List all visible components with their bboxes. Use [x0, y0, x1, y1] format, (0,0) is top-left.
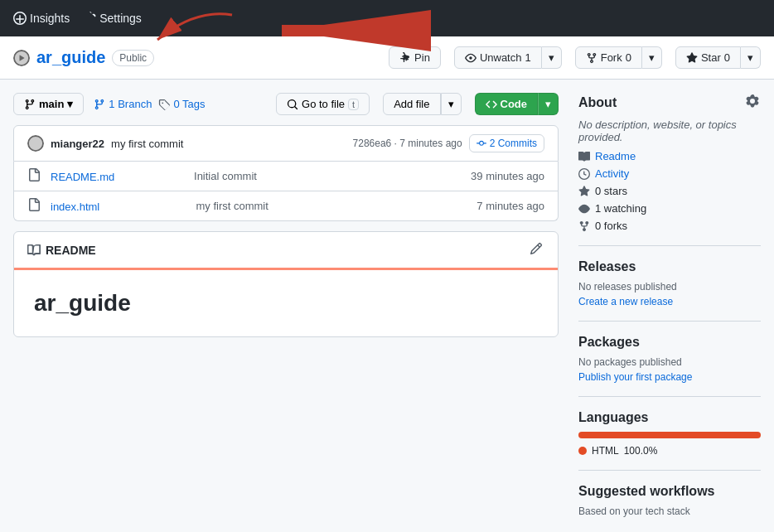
table-row: index.html my first commit 7 minutes ago — [14, 191, 558, 220]
readme-edit-button[interactable] — [528, 240, 544, 259]
packages-description: No packages published — [578, 356, 761, 368]
file-time-cell: 39 minutes ago — [471, 170, 544, 182]
tag-count: 0 Tags — [158, 98, 205, 110]
branch-count: 1 Branch — [94, 98, 152, 110]
main-content: main ▾ 1 Branch 0 Tags Go to file t — [13, 93, 559, 520]
readme-content: ar_guide — [14, 270, 558, 336]
fork-split-button[interactable]: ▾ — [642, 46, 662, 69]
about-watching-item: 1 watching — [578, 202, 761, 215]
branch-selector[interactable]: main ▾ — [13, 93, 84, 115]
languages-section: Languages HTML 100.0% — [578, 396, 761, 457]
repo-header: ar_guide Public Pin Unwatch 1 ▾ — [0, 36, 774, 80]
add-file-split-button[interactable]: ▾ — [441, 93, 462, 115]
file-icon — [27, 168, 41, 184]
readme-project-name: ar_guide — [34, 290, 538, 317]
language-bar — [578, 432, 761, 438]
top-nav: Insights Settings — [0, 0, 774, 36]
suggested-workflows-section: Suggested workflows Based on your tech s… — [578, 470, 761, 517]
languages-title: Languages — [578, 396, 761, 425]
about-description: No description, website, or topics provi… — [578, 118, 761, 143]
packages-section: Packages No packages published Publish y… — [578, 321, 761, 383]
about-activity-item: Activity — [578, 167, 761, 180]
about-forks-item: 0 forks — [578, 220, 761, 232]
file-table: README.md Initial commit 39 minutes ago … — [13, 162, 559, 221]
code-split-button[interactable]: ▾ — [538, 93, 559, 115]
readme-header: README — [14, 232, 558, 270]
releases-section: Releases No releases published Create a … — [578, 245, 761, 307]
branch-bar: main ▾ 1 Branch 0 Tags Go to file t — [13, 93, 559, 115]
branch-count-link[interactable]: 1 Branch — [109, 98, 152, 110]
about-stars-count: 0 stars — [595, 185, 627, 197]
unwatch-split-button[interactable]: ▾ — [542, 46, 562, 69]
commit-bar: mianger22 my first commit 7286ea6 · 7 mi… — [13, 125, 559, 162]
pin-button[interactable]: Pin — [389, 46, 441, 69]
star-btn-group: Star 0 ▾ — [675, 46, 761, 69]
file-name-cell: index.html — [51, 200, 186, 213]
packages-title: Packages — [578, 321, 761, 350]
tag-count-link[interactable]: 0 Tags — [173, 98, 205, 110]
commit-author: mianger22 — [51, 138, 104, 150]
insights-nav-link[interactable]: Insights — [13, 12, 70, 25]
repo-visibility-badge: Public — [112, 50, 154, 66]
fork-button[interactable]: Fork 0 — [575, 46, 642, 69]
file-link-readme[interactable]: README.md — [51, 171, 114, 183]
releases-description: No releases published — [578, 281, 761, 293]
file-icon — [27, 198, 41, 214]
readme-section: README ar_guide — [13, 231, 559, 337]
fork-btn-group: Fork 0 ▾ — [575, 46, 662, 69]
language-item-html: HTML 100.0% — [578, 445, 761, 457]
file-name-cell: README.md — [51, 170, 184, 183]
go-to-file-button[interactable]: Go to file t — [276, 93, 370, 115]
about-readme-link[interactable]: Readme — [595, 150, 636, 162]
settings-nav-link[interactable]: Settings — [83, 12, 142, 25]
html-lang-percent: 100.0% — [624, 445, 658, 457]
main-layout: main ▾ 1 Branch 0 Tags Go to file t — [0, 80, 774, 532]
table-row: README.md Initial commit 39 minutes ago — [14, 162, 558, 191]
commits-link[interactable]: 2 Commits — [469, 134, 544, 152]
unwatch-button[interactable]: Unwatch 1 — [454, 46, 542, 69]
file-commit-cell: my first commit — [196, 200, 467, 212]
html-color-dot — [578, 447, 587, 455]
suggested-workflows-title: Suggested workflows — [578, 470, 761, 499]
about-settings-button[interactable] — [744, 93, 761, 112]
packages-publish-link[interactable]: Publish your first package — [578, 371, 761, 383]
about-readme-item: Readme — [578, 150, 761, 162]
sidebar: About No description, website, or topics… — [578, 93, 761, 520]
go-to-file-shortcut: t — [348, 99, 359, 110]
pin-btn-group: Pin — [389, 46, 441, 69]
commit-hash: 7286ea6 · 7 minutes ago — [353, 138, 462, 149]
owner-avatar — [13, 50, 30, 66]
about-section: About No description, website, or topics… — [578, 93, 761, 232]
file-table-container: mianger22 my first commit 7286ea6 · 7 mi… — [13, 125, 559, 221]
suggested-workflows-description: Based on your tech stack — [578, 505, 761, 517]
repo-name-link[interactable]: ar_guide — [36, 48, 105, 67]
releases-title: Releases — [578, 245, 761, 274]
releases-create-link[interactable]: Create a new release — [578, 296, 761, 307]
star-button[interactable]: Star 0 — [675, 46, 741, 69]
about-header: About — [578, 93, 761, 112]
repo-actions: Pin Unwatch 1 ▾ Fork 0 ▾ — [389, 46, 761, 69]
code-btn-group: Code ▾ — [475, 93, 559, 115]
about-forks-count: 0 forks — [595, 220, 627, 232]
file-link-index[interactable]: index.html — [51, 201, 99, 213]
add-file-group: Add file ▾ — [383, 93, 461, 115]
commit-message: my first commit — [111, 138, 183, 150]
file-commit-cell: Initial commit — [194, 170, 461, 182]
about-activity-link[interactable]: Activity — [595, 167, 629, 180]
readme-title: README — [27, 244, 96, 257]
add-file-button[interactable]: Add file — [383, 93, 440, 115]
about-watching-count: 1 watching — [595, 202, 646, 215]
about-title: About — [578, 95, 617, 110]
nav-links: Insights Settings — [13, 12, 142, 25]
unwatch-btn-group: Unwatch 1 ▾ — [454, 46, 562, 69]
html-lang-name: HTML — [592, 445, 619, 457]
star-split-button[interactable]: ▾ — [741, 46, 761, 69]
code-button[interactable]: Code — [475, 93, 539, 115]
committer-avatar — [27, 135, 44, 152]
about-stars-item: 0 stars — [578, 185, 761, 197]
file-time-cell: 7 minutes ago — [476, 200, 544, 212]
